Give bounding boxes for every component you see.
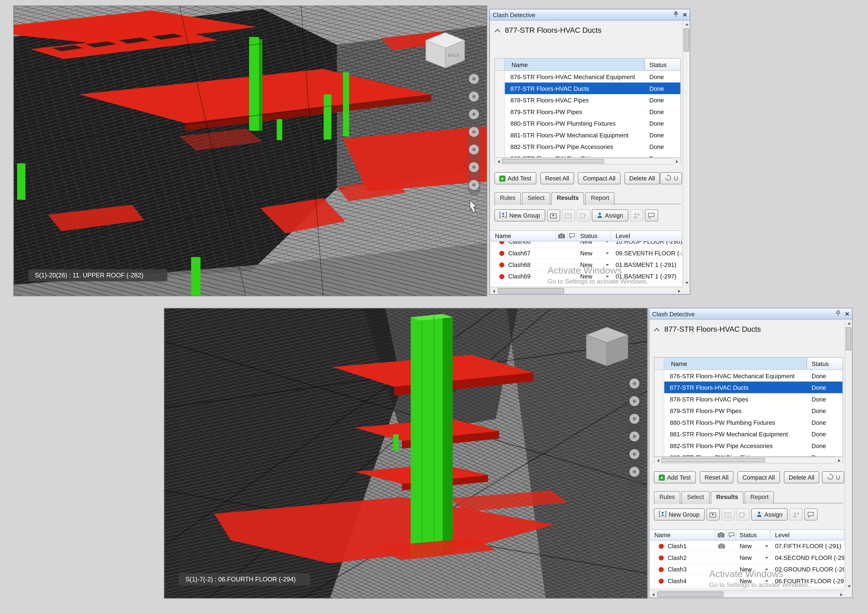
scrollbar-thumb[interactable] <box>684 28 689 51</box>
camera-column-icon[interactable] <box>715 530 727 540</box>
test-row[interactable]: 878-STR Floors-HVAC PipesDone <box>495 94 680 106</box>
test-row[interactable]: 879-STR Floors-PW PipesDone <box>654 405 843 416</box>
scroll-left-arrow[interactable] <box>654 457 662 464</box>
scroll-up-arrow[interactable] <box>845 319 852 327</box>
scroll-up-arrow[interactable] <box>683 20 690 28</box>
camera-cell[interactable] <box>715 543 727 549</box>
test-row[interactable]: 882-STR Floors-PW Pipe AccessoriesDone <box>495 141 680 152</box>
3d-canvas-top[interactable]: BACK S(1)-20(26) : 11. <box>14 6 487 296</box>
group-selection-button[interactable] <box>706 508 719 521</box>
compact-all-button[interactable]: Compact All <box>737 471 780 484</box>
panel-titlebar[interactable]: Clash Detective × <box>490 9 690 20</box>
tab-select[interactable]: Select <box>682 491 710 504</box>
reset-all-button[interactable]: Reset All <box>540 172 574 185</box>
tests-hscrollbar[interactable] <box>654 457 843 464</box>
tab-rules[interactable]: Rules <box>494 192 521 205</box>
tests-hscrollbar[interactable] <box>494 158 681 164</box>
status-dropdown[interactable]: New <box>736 554 770 561</box>
results-col-status[interactable]: Status <box>577 231 611 241</box>
result-row[interactable]: Clash1 New 07.FIFTH FLOOR (-291) <box>650 541 844 552</box>
test-row[interactable]: 881-STR Floors-PW Mechanical EquipmentDo… <box>654 428 843 440</box>
test-row[interactable]: 883-STR Floors-PW Pipe FittingsDone <box>654 451 843 457</box>
test-row[interactable]: 881-STR Floors-PW Mechanical EquipmentDo… <box>495 129 680 141</box>
result-row[interactable]: Clash68 New 01.BASMENT 1 (-291) <box>490 259 682 271</box>
close-icon[interactable]: × <box>845 310 849 317</box>
pin-icon[interactable] <box>835 310 841 317</box>
group-selection-button[interactable] <box>547 209 560 222</box>
add-test-button[interactable]: +Add Test <box>654 471 696 484</box>
scroll-right-arrow[interactable] <box>673 158 680 165</box>
scroll-left-arrow[interactable] <box>490 287 497 295</box>
comment-column-icon[interactable] <box>727 530 736 540</box>
scroll-right-arrow[interactable] <box>837 591 845 598</box>
status-dropdown[interactable]: New <box>736 566 770 573</box>
tab-rules[interactable]: Rules <box>654 491 680 504</box>
viewport-top[interactable]: BACK S(1)-20(26) : 11. <box>13 6 487 296</box>
result-row[interactable]: Clash67 New 09.SEVENTH FLOOR (-290) <box>490 248 682 259</box>
assign-button[interactable]: Assign <box>751 508 787 521</box>
scroll-left-arrow[interactable] <box>649 591 656 598</box>
viewport-nav-toolbar[interactable] <box>468 70 480 212</box>
tab-report[interactable]: Report <box>745 491 774 504</box>
update-all-button[interactable]: U <box>660 172 682 185</box>
results-col-level[interactable]: Level <box>770 530 844 540</box>
comment-button[interactable] <box>645 209 658 222</box>
test-group-header[interactable]: 877-STR Floors-HVAC Ducts <box>654 325 761 333</box>
navigation-cube[interactable] <box>586 327 628 366</box>
viewport-nav-toolbar[interactable] <box>628 374 641 496</box>
tests-col-status[interactable]: Status <box>807 358 842 369</box>
test-row[interactable]: 876-STR Floors-HVAC Mechanical Equipment… <box>495 71 680 82</box>
panel-titlebar[interactable]: Clash Detective × <box>649 309 852 319</box>
tab-select[interactable]: Select <box>522 192 550 205</box>
results-col-name[interactable]: Name <box>490 231 556 241</box>
explode-group-button[interactable] <box>562 209 575 222</box>
new-group-button[interactable]: New Group <box>654 508 705 521</box>
result-row[interactable]: Clash4 New 06.FOURTH FLOOR (-291) <box>650 575 844 587</box>
scroll-left-arrow[interactable] <box>495 158 502 165</box>
test-row[interactable]: 880-STR Floors-PW Plumbing FixturesDone <box>495 118 680 129</box>
test-group-header[interactable]: 877-STR Floors-HVAC Ducts <box>494 26 601 34</box>
results-col-name[interactable]: Name <box>650 530 715 540</box>
test-row-selected[interactable]: 877-STR Floors-HVAC DuctsDone <box>654 381 843 393</box>
tab-results[interactable]: Results <box>711 491 744 504</box>
remove-from-group-button[interactable] <box>736 508 749 521</box>
status-dropdown[interactable]: New <box>577 261 611 268</box>
assign-button[interactable]: Assign <box>592 209 628 222</box>
pin-icon[interactable] <box>673 11 679 18</box>
scrollbar-thumb[interactable] <box>846 327 851 350</box>
test-row-selected[interactable]: 877-STR Floors-HVAC DuctsDone <box>495 82 680 94</box>
viewport-bottom[interactable]: S(1)-7(-2) : 06.FOURTH FLOOR (-294) <box>164 308 648 598</box>
results-col-level[interactable]: Level <box>611 231 682 241</box>
scrollbar-thumb[interactable] <box>502 159 604 163</box>
3d-canvas-bottom[interactable]: S(1)-7(-2) : 06.FOURTH FLOOR (-294) <box>164 309 647 598</box>
scroll-down-arrow[interactable] <box>683 279 690 286</box>
status-dropdown[interactable]: New <box>736 578 770 584</box>
result-row[interactable]: Clash2 New 04.SECOND FLOOR (-291) <box>650 552 844 564</box>
status-dropdown[interactable]: New <box>736 543 770 549</box>
status-dropdown[interactable]: New <box>577 273 611 280</box>
compact-all-button[interactable]: Compact All <box>578 172 620 185</box>
scroll-down-arrow[interactable] <box>845 583 852 590</box>
test-row[interactable]: 882-STR Floors-PW Pipe AccessoriesDone <box>654 440 843 451</box>
scrollbar-thumb[interactable] <box>657 591 724 597</box>
test-row[interactable]: 880-STR Floors-PW Plumbing FixturesDone <box>654 416 843 428</box>
comment-button[interactable] <box>804 508 817 521</box>
delete-all-button[interactable]: Delete All <box>784 471 819 484</box>
scrollbar-thumb[interactable] <box>662 458 765 462</box>
tab-results[interactable]: Results <box>551 192 584 205</box>
camera-column-icon[interactable] <box>556 231 568 241</box>
tests-col-status[interactable]: Status <box>645 59 680 70</box>
add-test-button[interactable]: +Add Test <box>494 172 536 185</box>
scroll-right-arrow[interactable] <box>835 457 842 464</box>
remove-from-group-button[interactable] <box>577 209 590 222</box>
horizontal-scrollbar[interactable] <box>649 591 845 597</box>
test-row[interactable]: 878-STR Floors-HVAC PipesDone <box>654 393 843 405</box>
test-row[interactable]: 876-STR Floors-HVAC Mechanical Equipment… <box>654 370 843 381</box>
tab-report[interactable]: Report <box>586 192 615 205</box>
results-col-status[interactable]: Status <box>736 530 770 540</box>
navigation-cube[interactable]: BACK <box>426 33 465 68</box>
result-row[interactable]: Clash69 New 01.BASMENT 1 (-297) <box>490 271 682 282</box>
horizontal-scrollbar[interactable] <box>490 287 682 294</box>
scroll-right-arrow[interactable] <box>675 287 682 295</box>
delete-all-button[interactable]: Delete All <box>624 172 660 185</box>
